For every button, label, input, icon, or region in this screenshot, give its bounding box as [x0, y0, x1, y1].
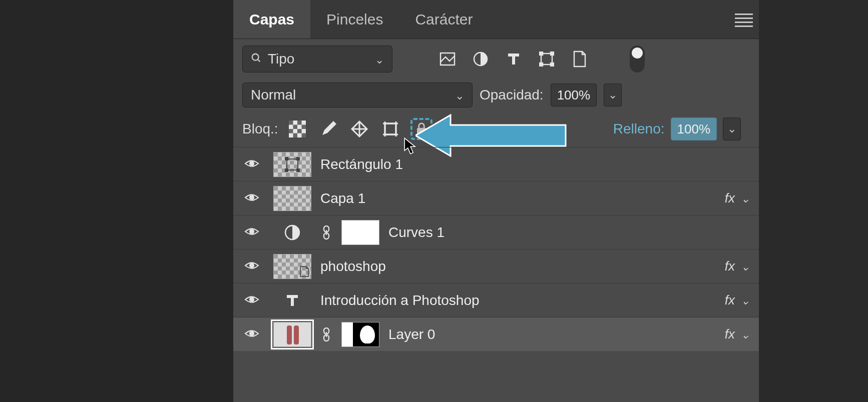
svg-point-38 — [250, 298, 254, 302]
layers-panel: Capas Pinceles Carácter Tipo — [233, 0, 759, 402]
svg-rect-28 — [297, 158, 299, 160]
fx-badge: fx — [725, 258, 735, 274]
svg-point-25 — [250, 162, 254, 166]
visibility-eye-icon[interactable] — [244, 294, 259, 307]
tab-pinceles[interactable]: Pinceles — [310, 0, 399, 38]
cursor-icon — [403, 138, 417, 154]
svg-rect-6 — [551, 52, 554, 55]
filter-shape-icon[interactable] — [537, 49, 557, 69]
lock-all-icon[interactable] — [410, 118, 432, 140]
lock-label: Bloq.: — [242, 121, 278, 137]
panel-menu-icon[interactable] — [735, 11, 753, 29]
layer-row-introduccion[interactable]: Introducción a Photoshop fx — [233, 283, 759, 317]
fill-value[interactable]: 100% — [671, 118, 717, 140]
filter-toggle[interactable] — [630, 46, 645, 72]
svg-point-0 — [252, 54, 259, 60]
blend-mode-value: Normal — [251, 87, 296, 103]
layer-row-layer0[interactable]: Layer 0 fx — [233, 317, 759, 351]
filter-icon-group — [438, 49, 590, 69]
svg-rect-11 — [297, 120, 302, 125]
toggle-knob — [632, 48, 643, 58]
layer-row-rectangulo[interactable]: Rectángulo 1 — [233, 147, 759, 181]
fx-badge: fx — [725, 292, 735, 308]
lock-transparency-icon[interactable] — [286, 118, 308, 140]
visibility-eye-icon[interactable] — [244, 158, 259, 171]
blend-mode-select[interactable]: Normal — [242, 82, 473, 108]
tab-capas[interactable]: Capas — [233, 0, 310, 38]
svg-rect-27 — [285, 158, 288, 160]
adjustment-icon — [273, 224, 311, 240]
svg-point-39 — [250, 332, 254, 336]
filter-adjustment-icon[interactable] — [471, 49, 491, 69]
lock-pixels-icon[interactable] — [317, 118, 339, 140]
layer-mask-thumbnail[interactable] — [341, 220, 379, 245]
layer-thumbnail[interactable] — [273, 322, 311, 347]
layer-thumbnail[interactable] — [273, 186, 311, 211]
visibility-eye-icon[interactable] — [244, 260, 259, 273]
panel-tab-bar: Capas Pinceles Carácter — [233, 0, 759, 39]
svg-rect-13 — [301, 125, 306, 130]
svg-rect-7 — [540, 63, 543, 66]
svg-rect-23 — [417, 128, 426, 135]
chevron-down-icon — [455, 87, 464, 103]
fill-dropdown-button[interactable] — [723, 118, 741, 140]
canvas-area — [0, 0, 233, 402]
blend-row: Normal Opacidad: 100% — [233, 79, 759, 111]
svg-rect-12 — [293, 125, 297, 130]
fx-badge: fx — [725, 190, 735, 206]
text-layer-icon — [273, 293, 311, 308]
layer-row-capa1[interactable]: Capa 1 fx — [233, 181, 759, 215]
visibility-eye-icon[interactable] — [244, 328, 259, 341]
layer-name-label: Curves 1 — [388, 224, 445, 240]
layers-list: Rectángulo 1 Capa 1 fx Curves 1 — [233, 147, 759, 351]
opacity-value[interactable]: 100% — [551, 84, 597, 106]
visibility-eye-icon[interactable] — [244, 192, 259, 205]
svg-line-1 — [258, 60, 260, 62]
layer-name-label: Layer 0 — [388, 326, 435, 342]
svg-rect-10 — [289, 120, 293, 125]
chevron-down-icon — [375, 51, 384, 67]
filter-type-label: Tipo — [268, 51, 294, 67]
link-icon[interactable] — [320, 225, 332, 240]
layer-thumbnail[interactable] — [273, 254, 311, 279]
lock-position-icon[interactable] — [348, 118, 370, 140]
svg-point-37 — [250, 264, 254, 268]
fx-expand-icon[interactable] — [741, 326, 750, 342]
filter-pixel-icon[interactable] — [438, 49, 458, 69]
opacity-dropdown-button[interactable] — [604, 84, 622, 106]
svg-rect-29 — [285, 169, 288, 172]
fill-group: Relleno: 100% — [613, 118, 741, 140]
filter-row: Tipo — [233, 39, 759, 79]
svg-rect-18 — [385, 124, 396, 134]
search-icon — [251, 51, 262, 67]
layer-mask-thumbnail[interactable] — [341, 322, 379, 347]
lock-icons — [286, 118, 432, 140]
lock-row: Bloq.: Relleno: 100% — [233, 111, 759, 147]
fx-badge: fx — [725, 326, 735, 342]
right-gutter — [759, 0, 868, 402]
filter-smartobject-icon[interactable] — [570, 49, 590, 69]
fx-expand-icon[interactable] — [741, 258, 750, 274]
svg-point-32 — [250, 230, 254, 234]
lock-artboard-icon[interactable] — [379, 118, 401, 140]
layer-name-label: photoshop — [320, 258, 386, 274]
svg-rect-30 — [297, 169, 299, 172]
fill-label: Relleno: — [613, 121, 665, 137]
layer-name-label: Introducción a Photoshop — [320, 292, 480, 308]
svg-rect-15 — [297, 129, 302, 134]
layer-row-photoshop[interactable]: photoshop fx — [233, 249, 759, 283]
fx-expand-icon[interactable] — [741, 190, 750, 206]
layer-thumbnail[interactable] — [273, 152, 311, 177]
svg-rect-14 — [289, 129, 293, 134]
fx-expand-icon[interactable] — [741, 292, 750, 308]
link-icon[interactable] — [320, 327, 332, 342]
filter-type-dropdown[interactable]: Tipo — [242, 46, 392, 72]
svg-rect-16 — [293, 134, 297, 138]
svg-rect-5 — [540, 52, 543, 55]
layer-row-curves[interactable]: Curves 1 — [233, 215, 759, 249]
filter-text-icon[interactable] — [504, 49, 524, 69]
svg-point-31 — [250, 196, 254, 200]
tab-caracter[interactable]: Carácter — [399, 0, 489, 38]
visibility-eye-icon[interactable] — [244, 226, 259, 239]
layer-name-label: Rectángulo 1 — [320, 156, 403, 172]
